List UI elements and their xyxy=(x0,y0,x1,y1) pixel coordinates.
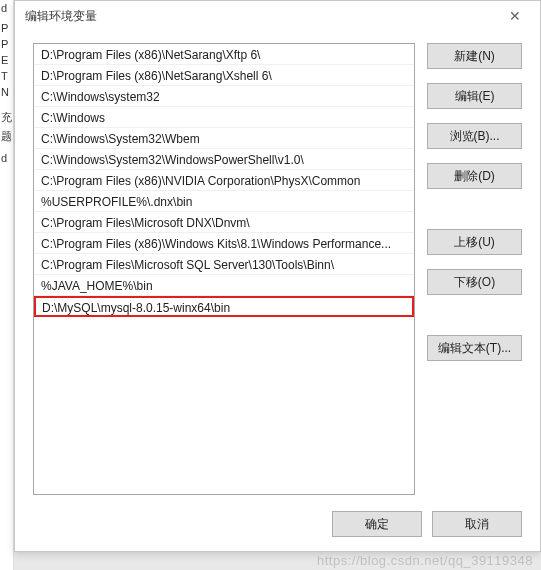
list-item[interactable]: D:\Program Files (x86)\NetSarang\Xftp 6\ xyxy=(34,44,414,65)
list-item-highlighted[interactable]: D:\MySQL\mysql-8.0.15-winx64\bin xyxy=(34,296,414,317)
list-item[interactable]: C:\Program Files\Microsoft SQL Server\13… xyxy=(34,254,414,275)
edit-env-variable-dialog: 编辑环境变量 ✕ D:\Program Files (x86)\NetSaran… xyxy=(14,0,541,552)
ok-button[interactable]: 确定 xyxy=(332,511,422,537)
dialog-content: D:\Program Files (x86)\NetSarang\Xftp 6\… xyxy=(33,43,522,495)
titlebar: 编辑环境变量 ✕ xyxy=(15,1,540,31)
dialog-title: 编辑环境变量 xyxy=(25,8,500,25)
list-item[interactable]: %JAVA_HOME%\bin xyxy=(34,275,414,296)
list-item[interactable]: C:\Program Files (x86)\NVIDIA Corporatio… xyxy=(34,170,414,191)
close-icon: ✕ xyxy=(509,8,521,24)
movedown-button[interactable]: 下移(O) xyxy=(427,269,522,295)
delete-button[interactable]: 删除(D) xyxy=(427,163,522,189)
list-item[interactable]: C:\Program Files\Microsoft DNX\Dnvm\ xyxy=(34,212,414,233)
list-item[interactable]: C:\Windows\System32\WindowsPowerShell\v1… xyxy=(34,149,414,170)
edittext-button[interactable]: 编辑文本(T)... xyxy=(427,335,522,361)
close-button[interactable]: ✕ xyxy=(500,1,530,31)
list-item[interactable]: C:\Windows xyxy=(34,107,414,128)
list-item[interactable]: C:\Program Files (x86)\Windows Kits\8.1\… xyxy=(34,233,414,254)
background-window-strip: d P P E T N 充 题 d xyxy=(0,0,14,570)
list-item[interactable]: %USERPROFILE%\.dnx\bin xyxy=(34,191,414,212)
list-item[interactable]: C:\Windows\System32\Wbem xyxy=(34,128,414,149)
watermark-text: https://blog.csdn.net/qq_39119348 xyxy=(317,553,533,568)
cancel-button[interactable]: 取消 xyxy=(432,511,522,537)
moveup-button[interactable]: 上移(U) xyxy=(427,229,522,255)
list-item[interactable]: C:\Windows\system32 xyxy=(34,86,414,107)
path-listbox[interactable]: D:\Program Files (x86)\NetSarang\Xftp 6\… xyxy=(33,43,415,495)
edit-button[interactable]: 编辑(E) xyxy=(427,83,522,109)
dialog-footer: 确定 取消 xyxy=(332,511,522,537)
browse-button[interactable]: 浏览(B)... xyxy=(427,123,522,149)
new-button[interactable]: 新建(N) xyxy=(427,43,522,69)
side-button-column: 新建(N) 编辑(E) 浏览(B)... 删除(D) 上移(U) 下移(O) 编… xyxy=(427,43,522,495)
list-item[interactable]: D:\Program Files (x86)\NetSarang\Xshell … xyxy=(34,65,414,86)
